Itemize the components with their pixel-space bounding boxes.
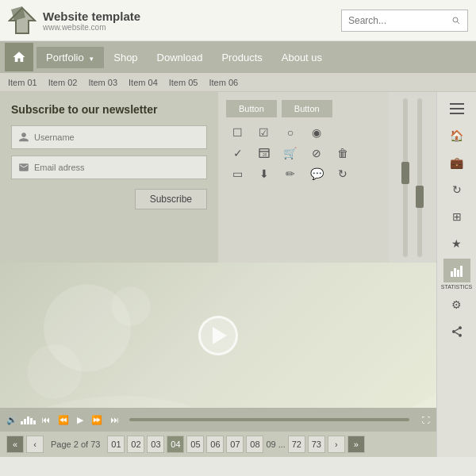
share-icon [451, 325, 463, 338]
next-page-button[interactable]: › [328, 436, 345, 453]
slider-track-2 [417, 98, 422, 257]
first-page-button[interactable]: « [6, 436, 24, 453]
sliders-area [389, 92, 436, 263]
nav-portfolio[interactable]: Portfolio ▼ [36, 47, 104, 68]
slider-track-1 [403, 98, 408, 257]
navbar: Portfolio ▼ Shop Download Products About… [0, 41, 476, 73]
tablet-icon: ▭ [226, 165, 249, 182]
sidebar-briefcase-icon[interactable]: 💼 [443, 151, 470, 175]
skip-back-button[interactable]: ⏮ [39, 413, 52, 426]
page-info: Page 2 of 73 [46, 440, 105, 449]
subnav-item-1[interactable]: Item 01 [8, 78, 37, 87]
username-input[interactable] [34, 132, 200, 142]
volume-icon: 🔊 [6, 415, 17, 425]
skip-forward-button[interactable]: ⏭ [108, 413, 121, 426]
sidebar-stats-icon[interactable] [443, 259, 470, 282]
ui-elements-box: Button Button ☐ ☑ ○ ◉ ✓ 28 🛒 [218, 92, 389, 263]
svg-rect-13 [450, 113, 464, 114]
page-06[interactable]: 06 [206, 436, 224, 453]
page-03[interactable]: 03 [147, 436, 164, 453]
slider-thumb-2[interactable] [416, 186, 424, 208]
vol-bar-4 [30, 418, 33, 424]
page-05[interactable]: 05 [186, 436, 204, 453]
ui-buttons-row: Button Button [226, 100, 381, 117]
ui-button-2[interactable]: Button [282, 100, 332, 117]
chat-icon: 💬 [305, 165, 328, 182]
step-back-button[interactable]: ⏪ [56, 413, 71, 427]
logo-area: Website template www.website.com [8, 6, 341, 35]
sidebar-refresh-icon[interactable]: ↻ [443, 178, 470, 202]
calendar-icon: 28 [252, 144, 275, 162]
play-button[interactable] [198, 316, 238, 355]
sidebar-grid-icon[interactable]: ⊞ [443, 205, 470, 228]
volume-bars [21, 415, 36, 424]
home-button[interactable] [5, 43, 33, 71]
sidebar-share-icon[interactable] [443, 320, 470, 344]
vol-bar-3 [27, 416, 29, 424]
page-08[interactable]: 08 [246, 436, 263, 453]
page-73[interactable]: 73 [308, 436, 325, 453]
subscribe-button[interactable]: Subscribe [135, 189, 207, 209]
svg-point-19 [452, 330, 455, 333]
sidebar-star-icon[interactable]: ★ [443, 232, 470, 255]
menu-icon [450, 103, 464, 114]
step-forward-button[interactable]: ⏩ [89, 413, 105, 427]
video-controls: 🔊 ⏮ ⏪ ▶ ⏩ ⏭ ⛶ [0, 408, 436, 432]
empty-cell-2 [358, 124, 381, 141]
empty-cell-1 [332, 124, 355, 141]
subnav-item-4[interactable]: Item 04 [129, 78, 158, 87]
page-72[interactable]: 72 [288, 436, 305, 453]
svg-point-3 [453, 17, 458, 22]
subnav-item-2[interactable]: Item 02 [48, 78, 78, 87]
prev-page-button[interactable]: ‹ [26, 436, 44, 453]
nav-shop[interactable]: Shop [104, 47, 147, 68]
subnav-item-3[interactable]: Item 03 [88, 78, 117, 87]
sidebar-menu-icon[interactable] [443, 97, 470, 121]
compass-icon: ⊘ [305, 144, 328, 162]
page-04[interactable]: 04 [167, 436, 184, 453]
svg-point-20 [459, 334, 462, 337]
search-input[interactable] [348, 15, 451, 26]
radio-empty-icon: ○ [278, 124, 301, 141]
email-icon [18, 162, 29, 173]
last-page-button[interactable]: » [347, 436, 365, 453]
fullscreen-button[interactable]: ⛶ [422, 416, 430, 424]
svg-rect-15 [454, 268, 456, 277]
subnav-item-5[interactable]: Item 05 [169, 78, 198, 87]
search-icon [451, 15, 461, 26]
radio-filled-icon: ◉ [305, 124, 328, 141]
svg-point-9 [27, 344, 82, 399]
video-player: 🔊 ⏮ ⏪ ▶ ⏩ ⏭ ⛶ [0, 263, 436, 432]
nav-products[interactable]: Products [212, 47, 271, 68]
vol-bar-5 [33, 420, 36, 424]
slider-thumb-1[interactable] [401, 162, 409, 184]
nav-about[interactable]: About us [272, 47, 332, 68]
site-title: Website template [43, 10, 140, 23]
svg-point-10 [111, 286, 151, 326]
svg-line-22 [455, 328, 459, 331]
subnav-item-6[interactable]: Item 06 [209, 78, 238, 87]
checkbox-empty-icon: ☐ [226, 124, 249, 141]
newsletter-heading: Subscribe to our newsletter [11, 103, 207, 116]
page-07[interactable]: 07 [226, 436, 244, 453]
play-pause-button[interactable]: ▶ [75, 413, 86, 427]
svg-line-4 [457, 21, 459, 24]
ui-button-1[interactable]: Button [226, 100, 277, 117]
svg-line-21 [455, 332, 459, 335]
email-input[interactable] [34, 163, 200, 172]
email-field [11, 155, 207, 179]
right-sidebar: 🏠 💼 ↻ ⊞ ★ STATISTICS ⚙ [436, 92, 476, 457]
logo-text: Website template www.website.com [43, 10, 140, 32]
sidebar-home-icon[interactable]: 🏠 [443, 124, 470, 148]
page-02[interactable]: 02 [127, 436, 144, 453]
page-01[interactable]: 01 [107, 436, 125, 453]
svg-point-18 [459, 326, 462, 329]
subnav: Item 01 Item 02 Item 03 Item 04 Item 05 … [0, 73, 476, 92]
trash-icon: 🗑 [332, 144, 355, 162]
sidebar-settings-icon[interactable]: ⚙ [443, 293, 470, 317]
logo-icon [8, 6, 36, 35]
nav-download[interactable]: Download [148, 47, 213, 68]
svg-rect-14 [451, 271, 453, 277]
icons-grid: ☐ ☑ ○ ◉ ✓ 28 🛒 ⊘ 🗑 ▭ [226, 124, 381, 182]
progress-bar[interactable] [129, 418, 409, 421]
